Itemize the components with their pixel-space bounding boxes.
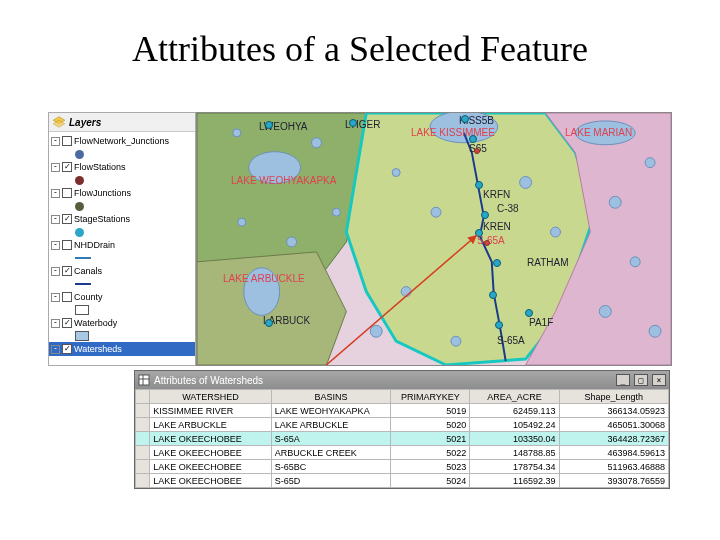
table-row[interactable]: LAKE OKEECHOBEES-65A5021103350.04364428.…: [136, 432, 669, 446]
layer-item[interactable]: -FlowStations: [49, 160, 195, 174]
row-handle[interactable]: [136, 474, 150, 488]
table-row[interactable]: KISSIMMEE RIVERLAKE WEOHYAKAPKA501962459…: [136, 404, 669, 418]
layer-name: FlowJunctions: [74, 187, 131, 199]
row-handle[interactable]: [136, 446, 150, 460]
layer-item[interactable]: -Waterbody: [49, 316, 195, 330]
stage-station-point[interactable]: [469, 135, 477, 143]
attribute-grid[interactable]: WATERSHEDBASINSPRIMARYKEYAREA_ACREShape_…: [135, 389, 669, 488]
visibility-checkbox[interactable]: [62, 214, 72, 224]
column-header[interactable]: PRIMARYKEY: [391, 390, 470, 404]
layer-item[interactable]: -Watersheds: [49, 342, 195, 356]
map-svg: [197, 113, 671, 365]
cell-area-acre: 116592.39: [470, 474, 559, 488]
expand-toggle[interactable]: -: [51, 215, 60, 224]
close-button[interactable]: ×: [652, 374, 666, 386]
toc-header-label: Layers: [69, 117, 101, 128]
layer-item[interactable]: -FlowJunctions: [49, 186, 195, 200]
visibility-checkbox[interactable]: [62, 188, 72, 198]
toc-header: Layers: [49, 113, 195, 132]
expand-toggle[interactable]: -: [51, 189, 60, 198]
visibility-checkbox[interactable]: [62, 292, 72, 302]
cell-area-acre: 103350.04: [470, 432, 559, 446]
cell-area-acre: 62459.113: [470, 404, 559, 418]
stage-station-point[interactable]: [265, 319, 273, 327]
layer-item[interactable]: -Canals: [49, 264, 195, 278]
minimize-button[interactable]: _: [616, 374, 630, 386]
svg-point-22: [645, 158, 655, 168]
attribute-title: Attributes of Watersheds: [154, 375, 263, 386]
expand-toggle[interactable]: -: [51, 293, 60, 302]
cell-primarykey: 5022: [391, 446, 470, 460]
svg-point-18: [451, 336, 461, 346]
visibility-checkbox[interactable]: [62, 266, 72, 276]
cell-area-acre: 148788.85: [470, 446, 559, 460]
expand-toggle[interactable]: -: [51, 267, 60, 276]
layer-item[interactable]: -County: [49, 290, 195, 304]
layer-name: FlowNetwork_Junctions: [74, 135, 169, 147]
stage-station-point[interactable]: [475, 181, 483, 189]
layer-item[interactable]: -StageStations: [49, 212, 195, 226]
layer-name: NHDDrain: [74, 239, 115, 251]
svg-point-20: [287, 237, 297, 247]
layer-symbol: [49, 174, 195, 186]
table-icon: [138, 374, 150, 386]
map-view[interactable]: LWEOHYALTIGERKISS5BLAKE KISSIMMEELAKE MA…: [196, 112, 672, 366]
layer-item[interactable]: -NHDDrain: [49, 238, 195, 252]
cell-primarykey: 5019: [391, 404, 470, 418]
column-header[interactable]: WATERSHED: [150, 390, 272, 404]
svg-point-12: [551, 227, 561, 237]
cell-watershed: KISSIMMEE RIVER: [150, 404, 272, 418]
row-handle[interactable]: [136, 432, 150, 446]
visibility-checkbox[interactable]: [62, 318, 72, 328]
stage-station-point[interactable]: [265, 121, 273, 129]
svg-point-4: [249, 152, 301, 184]
flow-junction-point[interactable]: [474, 148, 480, 154]
stage-station-point[interactable]: [489, 291, 497, 299]
expand-toggle[interactable]: -: [51, 241, 60, 250]
svg-point-11: [520, 176, 532, 188]
row-handle-header: [136, 390, 150, 404]
column-header[interactable]: BASINS: [271, 390, 391, 404]
expand-toggle[interactable]: -: [51, 319, 60, 328]
svg-point-7: [233, 129, 241, 137]
table-row[interactable]: LAKE ARBUCKLELAKE ARBUCKLE5020105492.244…: [136, 418, 669, 432]
svg-point-19: [332, 208, 340, 216]
row-handle[interactable]: [136, 404, 150, 418]
cell-primarykey: 5023: [391, 460, 470, 474]
stage-station-point[interactable]: [481, 211, 489, 219]
toc-panel: Layers -FlowNetwork_Junctions-FlowStatio…: [48, 112, 196, 366]
visibility-checkbox[interactable]: [62, 240, 72, 250]
table-row[interactable]: LAKE OKEECHOBEES-65BC5023178754.34511963…: [136, 460, 669, 474]
stage-station-point[interactable]: [475, 229, 483, 237]
column-header[interactable]: AREA_ACRE: [470, 390, 559, 404]
stage-station-point[interactable]: [495, 321, 503, 329]
cell-shape-length: 465051.30068: [559, 418, 668, 432]
row-handle[interactable]: [136, 418, 150, 432]
column-header[interactable]: Shape_Length: [559, 390, 668, 404]
expand-toggle[interactable]: -: [51, 163, 60, 172]
attribute-titlebar[interactable]: Attributes of Watersheds _ □ ×: [135, 371, 669, 389]
svg-point-23: [649, 325, 661, 337]
stage-station-point[interactable]: [461, 115, 469, 123]
visibility-checkbox[interactable]: [62, 162, 72, 172]
visibility-checkbox[interactable]: [62, 136, 72, 146]
stage-station-point[interactable]: [493, 259, 501, 267]
table-row[interactable]: LAKE OKEECHOBEES-65D5024116592.39393078.…: [136, 474, 669, 488]
row-handle[interactable]: [136, 460, 150, 474]
layer-symbol: [49, 330, 195, 342]
expand-toggle[interactable]: -: [51, 137, 60, 146]
cell-basins: LAKE ARBUCKLE: [271, 418, 391, 432]
layer-symbol: [49, 200, 195, 212]
maximize-button[interactable]: □: [634, 374, 648, 386]
table-row[interactable]: LAKE OKEECHOBEEARBUCKLE CREEK5022148788.…: [136, 446, 669, 460]
cell-watershed: LAKE OKEECHOBEE: [150, 460, 272, 474]
stage-station-point[interactable]: [525, 309, 533, 317]
flow-junction-point[interactable]: [484, 240, 490, 246]
layer-item[interactable]: -FlowNetwork_Junctions: [49, 134, 195, 148]
cell-area-acre: 178754.34: [470, 460, 559, 474]
visibility-checkbox[interactable]: [62, 344, 72, 354]
layer-symbol: [49, 278, 195, 290]
svg-point-13: [609, 196, 621, 208]
expand-toggle[interactable]: -: [51, 345, 60, 354]
stage-station-point[interactable]: [349, 119, 357, 127]
